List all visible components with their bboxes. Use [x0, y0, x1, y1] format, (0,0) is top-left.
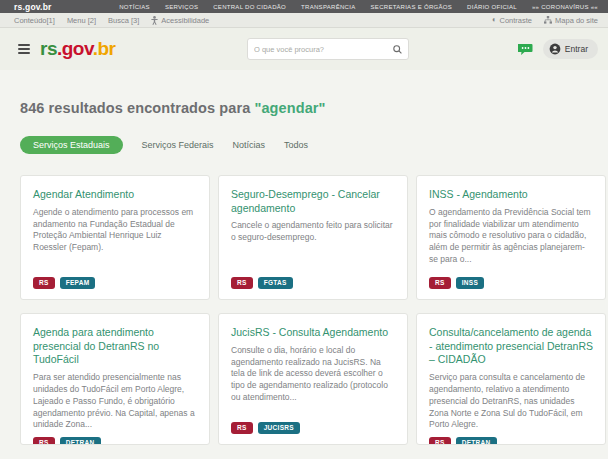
badge-org: DETRAN: [60, 437, 101, 445]
logo-br: br: [97, 38, 115, 59]
card-title[interactable]: INSS - Agendamento: [429, 188, 593, 202]
search-term: "agendar": [254, 100, 325, 116]
results-grid: Agendar Atendimento Agende o atendimento…: [20, 175, 605, 445]
shortcut-menu[interactable]: Menu [2]: [67, 16, 96, 25]
sitemap-link[interactable]: Mapa do site: [544, 16, 598, 25]
card-title[interactable]: JucisRS - Consulta Agendamento: [231, 326, 395, 340]
header-actions: Entrar: [518, 39, 598, 59]
shortcut-busca[interactable]: Busca [3]: [108, 16, 139, 25]
result-card[interactable]: INSS - Agendamento O agendamento da Prev…: [416, 175, 606, 300]
search-box: [247, 38, 409, 60]
contrast-icon: ◐: [492, 16, 497, 24]
search-input[interactable]: [254, 45, 393, 54]
badge-org: FGTAS: [258, 277, 293, 290]
badge-org: DETRAN: [456, 437, 497, 445]
topbar-link-transparencia[interactable]: TRANSPARÊNCIA: [301, 4, 355, 10]
results-heading: 846 resultados encontrados para "agendar…: [20, 100, 608, 116]
tab-todos[interactable]: Todos: [284, 136, 308, 154]
card-badges: RS DETRAN: [429, 437, 593, 445]
result-card[interactable]: JucisRS - Consulta Agendamento Consulte …: [218, 313, 408, 445]
topbar-link-diario-oficial[interactable]: DIÁRIO OFICIAL: [467, 4, 517, 10]
topbar-nav: NOTÍCIAS SERVIÇOS CENTRAL DO CIDADÃO TRA…: [119, 4, 598, 10]
sitemap-icon: [544, 16, 552, 24]
menu-hamburger-icon[interactable]: [18, 44, 30, 54]
badge-rs: RS: [231, 277, 253, 290]
accessibility-bar: Conteúdo[1] Menu [2] Busca [3] Acessibil…: [0, 13, 608, 28]
card-title[interactable]: Agendar Atendimento: [33, 188, 197, 202]
badge-rs: RS: [33, 277, 55, 290]
card-title[interactable]: Seguro-Desemprego - Cancelar agendamento: [231, 188, 395, 215]
badge-rs: RS: [231, 422, 253, 435]
topbar-link-central-cidadao[interactable]: CENTRAL DO CIDADÃO: [213, 4, 286, 10]
login-button[interactable]: Entrar: [543, 39, 598, 59]
result-card[interactable]: Seguro-Desemprego - Cancelar agendamento…: [218, 175, 408, 300]
tab-servicos-estaduais[interactable]: Serviços Estaduais: [20, 136, 123, 154]
result-card[interactable]: Agenda para atendimento presencial do De…: [20, 313, 210, 445]
topbar-link-servicos[interactable]: SERVIÇOS: [165, 4, 198, 10]
card-description: Para ser atendido presencialmente nas un…: [33, 372, 197, 431]
result-card[interactable]: Agendar Atendimento Agende o atendimento…: [20, 175, 210, 300]
shortcut-conteudo[interactable]: Conteúdo[1]: [14, 16, 55, 25]
card-description: Agende o atendimento para processos em a…: [33, 207, 197, 271]
card-description: Cancele o agendamento feito para solicit…: [231, 220, 395, 270]
topbar-link-noticias[interactable]: NOTÍCIAS: [119, 4, 150, 10]
topbar-link-secretarias-orgaos[interactable]: SECRETARIAS E ÓRGÃOS: [371, 4, 453, 10]
accessibility-label: Acessibilidade: [161, 16, 209, 25]
badge-org: JUCISRS: [258, 422, 300, 435]
login-label: Entrar: [565, 44, 588, 54]
badge-org: INSS: [456, 277, 484, 290]
logo-gov: gov: [62, 38, 93, 59]
results-count-text: 846 resultados encontrados para: [20, 100, 254, 116]
site-logo[interactable]: rs.gov.br: [40, 38, 115, 60]
top-government-bar: rs.gov.br NOTÍCIAS SERVIÇOS CENTRAL DO C…: [0, 0, 608, 13]
contrast-toggle[interactable]: ◐ Contraste: [492, 16, 532, 25]
card-title[interactable]: Agenda para atendimento presencial do De…: [33, 326, 197, 367]
badge-rs: RS: [429, 277, 451, 290]
badge-org: FEPAM: [60, 277, 96, 290]
badge-rs: RS: [429, 437, 451, 445]
sitemap-label: Mapa do site: [555, 16, 598, 25]
chat-icon[interactable]: [518, 43, 533, 56]
accessibility-link[interactable]: Acessibilidade: [151, 16, 209, 25]
results-tabs: Serviços Estaduais Serviços Federais Not…: [20, 136, 608, 154]
accessibility-tools: ◐ Contraste Mapa do site: [492, 16, 598, 25]
user-icon: [549, 43, 561, 55]
card-badges: RS INSS: [429, 277, 593, 290]
tab-servicos-federais[interactable]: Serviços Federais: [142, 136, 214, 154]
tab-noticias[interactable]: Notícias: [233, 136, 266, 154]
card-title[interactable]: Consulta/cancelamento de agenda - atendi…: [429, 326, 593, 367]
topbar-brand[interactable]: rs.gov.br: [14, 2, 52, 12]
contrast-label: Contraste: [500, 16, 533, 25]
card-description: Consulte o dia, horário e local do agend…: [231, 345, 395, 416]
topbar-link-coronavirus[interactable]: »» CORONAVÍRUS ««: [532, 4, 598, 10]
site-header: rs.gov.br Entrar: [0, 28, 608, 70]
accessibility-shortcuts: Conteúdo[1] Menu [2] Busca [3] Acessibil…: [14, 16, 209, 25]
card-badges: RS JUCISRS: [231, 422, 395, 435]
logo-rs: rs: [40, 38, 57, 59]
card-badges: RS FGTAS: [231, 277, 395, 290]
card-badges: RS DETRAN: [33, 437, 197, 445]
result-card[interactable]: Consulta/cancelamento de agenda - atendi…: [416, 313, 606, 445]
badge-rs: RS: [33, 437, 55, 445]
accessibility-person-icon: [151, 16, 158, 25]
card-description: Serviço para consulta e cancelamento de …: [429, 372, 593, 431]
card-badges: RS FEPAM: [33, 277, 197, 290]
search-icon[interactable]: [393, 45, 402, 54]
card-description: O agendamento da Previdência Social tem …: [429, 207, 593, 271]
